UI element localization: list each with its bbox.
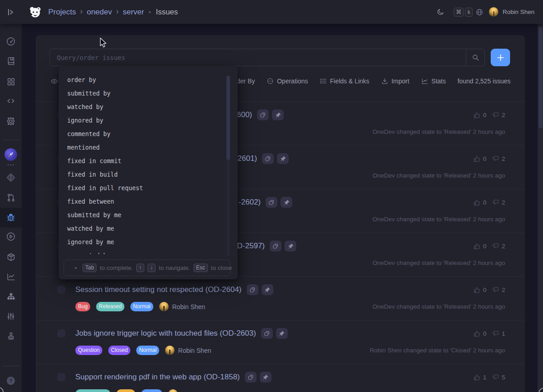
issue-row: Session timeout setting not respected (O… — [36, 276, 525, 320]
suggestion-item[interactable]: commented by — [59, 128, 238, 141]
page-scrollbar-thumb[interactable] — [538, 27, 543, 128]
pin-icon[interactable] — [285, 241, 296, 251]
assignee-name[interactable]: Robin Shen — [178, 347, 211, 354]
sidebar-item-code-project-icon[interactable] — [0, 169, 22, 186]
onedev-logo-icon[interactable] — [28, 5, 42, 19]
assignee-avatar[interactable] — [168, 389, 178, 392]
issue-label[interactable] — [116, 389, 135, 392]
dropdown-scrollbar-thumb[interactable] — [226, 76, 230, 160]
sidebar-expand-icon[interactable] — [6, 8, 15, 17]
copy-icon[interactable] — [257, 109, 269, 120]
svg-text:?: ? — [9, 378, 13, 383]
breadcrumb-server[interactable]: server — [123, 8, 144, 17]
copy-icon[interactable] — [270, 241, 281, 251]
issue-title[interactable]: Jobs ignore trigger logic with touched f… — [75, 329, 256, 338]
breadcrumb-onedev[interactable]: onedev — [87, 8, 112, 17]
hint-bullet — [75, 267, 77, 269]
sidebar-item-hierarchy-icon[interactable] — [0, 288, 22, 305]
thumbs-up-icon — [473, 199, 481, 206]
add-issue-button[interactable] — [491, 49, 510, 66]
issue-label[interactable]: Released — [96, 302, 124, 311]
query-input-group: Query/order issues — [50, 49, 485, 66]
sidebar-item-code-icon[interactable] — [0, 93, 22, 109]
page-scrollbar-track[interactable] — [538, 24, 543, 392]
sidebar-item-play-icon[interactable] — [0, 228, 22, 245]
page: Projects › onedev › server Issues ⌘ k Ro… — [0, 0, 543, 392]
fields-links-button[interactable]: Fields & Links — [320, 77, 369, 85]
dropdown-hint: Tab to complete. ↑ ↓ to navigate. Esc to… — [64, 260, 230, 276]
suggestion-item[interactable]: fixed between — [59, 195, 238, 209]
issue-label[interactable] — [75, 389, 110, 392]
suggestion-item[interactable]: fixed in pull request — [59, 182, 238, 195]
sidebar-item-package-icon[interactable] — [0, 249, 22, 265]
shortcut-cmd-key: ⌘ — [454, 8, 464, 17]
sidebar-divider — [2, 140, 19, 140]
watch-eye-icon[interactable] — [51, 77, 58, 85]
copy-icon[interactable] — [247, 284, 258, 295]
search-button[interactable] — [466, 49, 484, 66]
language-globe-icon[interactable] — [475, 8, 483, 16]
topbar: Projects › onedev › server Issues ⌘ k Ro… — [0, 0, 543, 24]
issue-label[interactable]: Closed — [108, 346, 130, 355]
breadcrumb-projects[interactable]: Projects — [48, 8, 76, 17]
user-avatar[interactable] — [489, 7, 498, 17]
vote-count: 0 — [483, 112, 487, 119]
suggestion-item[interactable]: fixed in build — [59, 168, 238, 182]
sidebar-item-gear-icon[interactable] — [0, 113, 22, 129]
import-button[interactable]: Import — [381, 77, 410, 85]
comment-count: 5 — [502, 374, 505, 381]
pin-icon[interactable] — [281, 197, 292, 208]
issue-title[interactable]: Session timeout setting not respected (O… — [75, 285, 242, 294]
sidebar-item-dashboard-icon[interactable] — [0, 33, 22, 50]
suggestion-item[interactable]: order by — [59, 73, 238, 87]
suggestion-item[interactable]: mentioned — [59, 141, 238, 155]
issue-title[interactable]: Support rendering pdf in the web app (OD… — [75, 373, 240, 382]
copy-icon[interactable] — [262, 153, 274, 164]
assignee-avatar[interactable] — [165, 346, 175, 355]
suggestion-item[interactable]: ignored by me — [59, 236, 238, 249]
query-input[interactable]: Query/order issues — [50, 49, 466, 66]
suggestion-item[interactable]: fixed in commit — [59, 155, 238, 168]
sidebar-item-book-icon[interactable] — [0, 53, 22, 69]
stats-button[interactable]: Stats — [421, 77, 446, 85]
comment-icon — [492, 286, 499, 293]
suggestion-item[interactable]: commented by me — [59, 249, 238, 254]
page-title: Issues — [156, 8, 178, 17]
issue-label[interactable]: Normal — [136, 346, 159, 355]
sidebar-item-bug-icon[interactable] — [0, 210, 22, 226]
suggestion-item[interactable]: watched by me — [59, 222, 238, 236]
sidebar-item-chart-line-icon[interactable] — [0, 269, 22, 285]
copy-icon[interactable] — [261, 328, 273, 339]
pin-icon[interactable] — [260, 372, 272, 383]
suggestion-item[interactable]: submitted by me — [59, 209, 238, 222]
issue-label[interactable]: Bug — [75, 302, 90, 311]
sidebar-item-stamp-icon[interactable] — [0, 328, 22, 344]
assignee-avatar[interactable] — [159, 302, 169, 311]
issue-label[interactable]: Question — [75, 346, 102, 355]
issue-checkbox[interactable] — [57, 329, 65, 337]
issue-checkbox[interactable] — [57, 373, 65, 381]
issue-label[interactable] — [141, 389, 162, 392]
query-suggestions-dropdown: order bysubmitted bywatched byignored by… — [59, 67, 238, 279]
pin-icon[interactable] — [276, 328, 288, 339]
issue-checkbox[interactable] — [57, 286, 65, 294]
issue-label[interactable]: Normal — [130, 302, 153, 311]
user-name[interactable]: Robin Shen — [502, 9, 534, 15]
sidebar-item-grid-icon[interactable] — [0, 73, 22, 90]
copy-icon[interactable] — [245, 372, 257, 383]
pin-icon[interactable] — [262, 284, 273, 295]
sidebar-item-help-icon[interactable]: ? — [0, 373, 22, 389]
operations-button[interactable]: Operations — [267, 77, 308, 85]
sidebar-item-sliders-icon[interactable] — [0, 308, 22, 324]
copy-icon[interactable] — [266, 197, 277, 208]
pin-icon[interactable] — [272, 109, 284, 120]
dark-mode-icon[interactable] — [437, 8, 444, 16]
sidebar-item-pull-request-icon[interactable] — [0, 189, 22, 205]
suggestion-item[interactable]: ignored by — [59, 114, 238, 128]
pin-icon[interactable] — [277, 153, 289, 164]
suggestion-item[interactable]: submitted by — [59, 87, 238, 100]
assignee-name[interactable]: Robin Shen — [172, 303, 205, 310]
comment-icon — [492, 330, 499, 337]
vote-count: 1 — [483, 374, 487, 381]
suggestion-item[interactable]: watched by — [59, 100, 238, 114]
